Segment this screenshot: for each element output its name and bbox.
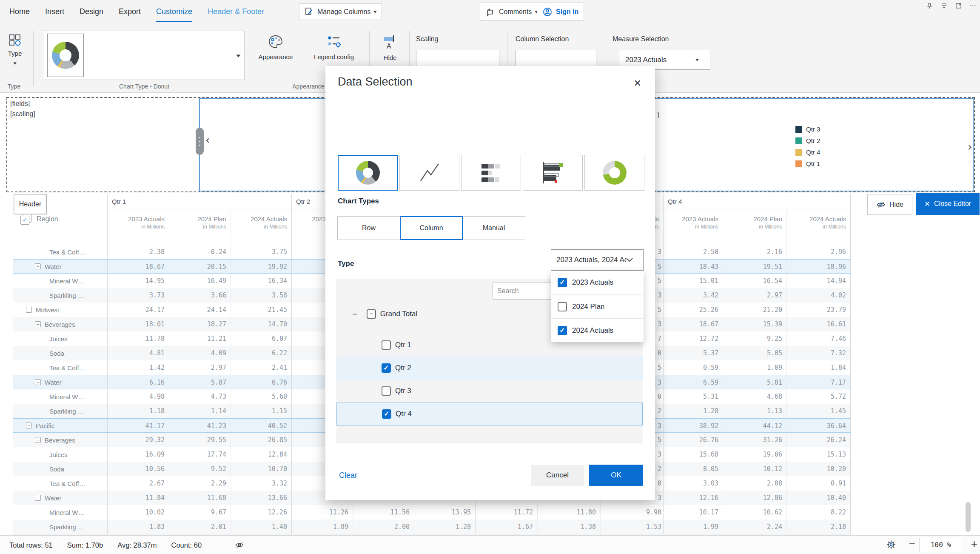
measure-header[interactable]: 2024 Actualsin Millions <box>231 209 292 245</box>
cancel-button[interactable]: Cancel <box>531 465 584 486</box>
row-header-cell[interactable]: Tea & Coff… <box>13 245 108 259</box>
menu-tab-insert[interactable]: Insert <box>45 0 64 23</box>
row-header-cell[interactable]: Tea & Coff… <box>13 360 108 375</box>
measure-header[interactable]: 2023 Actualsin Millions <box>664 209 723 245</box>
row-header-cell[interactable]: Soda <box>13 346 108 360</box>
measure-option[interactable]: 2024 Plan <box>551 294 644 318</box>
checkbox-checked[interactable] <box>382 409 391 419</box>
chart-type-tile-variance-bars[interactable] <box>523 155 583 191</box>
chart-type-tile-donut[interactable] <box>338 155 398 191</box>
collapse-box-icon[interactable]: − <box>35 437 41 443</box>
tree-item-qtr-4[interactable]: Qtr 4 <box>336 403 643 425</box>
sign-in-button[interactable]: Sign in <box>537 3 584 21</box>
group-header-qtr-1[interactable]: Qtr 1 <box>108 194 292 209</box>
row-header-cell[interactable]: −Water <box>13 491 108 505</box>
row-header-cell[interactable]: −Beverages <box>13 433 108 447</box>
checkbox-unchecked[interactable] <box>558 302 567 311</box>
chart-type-tile-line[interactable] <box>399 155 459 191</box>
chart-type-tile-stacked-bars[interactable] <box>461 155 521 191</box>
collapse-box-icon[interactable]: − <box>26 423 32 428</box>
vertical-scrollbar-thumb[interactable] <box>966 502 971 532</box>
measure-option-label: 2023 Actuals <box>572 278 613 287</box>
measure-header[interactable]: 2024 Actualsin Millions <box>787 209 851 245</box>
gallery-dropdown-icon[interactable]: ▾ <box>236 52 241 59</box>
clear-link[interactable]: Clear <box>339 471 357 480</box>
chart-type-button[interactable]: Type ▾ <box>5 34 25 66</box>
row-header-label: Soda <box>49 350 64 357</box>
checkbox-checked[interactable] <box>558 278 567 287</box>
menu-tab-export[interactable]: Export <box>119 0 141 23</box>
menu-tab-header-footer[interactable]: Header & Footer <box>208 0 264 23</box>
dialog-close-icon[interactable]: ✕ <box>634 78 641 89</box>
chevron-left-icon[interactable]: ‹ <box>205 134 210 146</box>
collapse-box-icon[interactable]: − <box>35 495 41 501</box>
legend-config-button[interactable]: Legend config <box>303 34 365 60</box>
header-chip-button[interactable]: Header <box>14 194 47 214</box>
row-header-cell[interactable]: Sparkling … <box>13 520 108 534</box>
row-header-cell[interactable]: Juices <box>13 331 108 346</box>
checkbox-checked[interactable] <box>558 326 567 335</box>
gallery-selected-donut[interactable] <box>47 34 84 77</box>
collapse-ribbon-icon[interactable] <box>940 2 948 9</box>
tree-item-qtr-2[interactable]: Qtr 2 <box>336 357 643 380</box>
measure-header[interactable]: 2024 Planin Millions <box>169 209 231 245</box>
type-option-column[interactable]: Column <box>400 216 463 240</box>
collapse-box-icon[interactable]: − <box>35 263 41 269</box>
collapse-minus-icon[interactable]: − <box>352 309 357 319</box>
row-header-cell[interactable]: Mineral W… <box>13 274 108 288</box>
chevron-right-icon[interactable]: › <box>968 140 972 153</box>
hide-editor-button[interactable]: Hide <box>867 194 912 215</box>
checkbox-unchecked[interactable] <box>382 386 391 396</box>
table-row[interactable]: Sparkling …1.832.011.401.892.001.281.671… <box>13 520 851 534</box>
measure-option[interactable]: 2023 Actuals <box>551 271 644 294</box>
eye-slash-icon[interactable] <box>235 540 244 550</box>
comments-button[interactable]: Comments ▾ <box>480 3 543 21</box>
measure-option[interactable]: 2024 Actuals <box>551 318 644 342</box>
row-header-cell[interactable]: −Beverages <box>13 317 108 331</box>
drag-handle[interactable] <box>196 128 204 155</box>
settings-gear-icon[interactable] <box>886 539 897 550</box>
menu-tab-customize[interactable]: Customize <box>156 0 192 23</box>
menu-tab-design[interactable]: Design <box>80 0 103 23</box>
checkbox-checked[interactable] <box>382 363 391 373</box>
measure-header[interactable]: 2023 Actualsin Millions <box>108 209 169 245</box>
row-header-cell[interactable]: Soda <box>13 462 108 476</box>
collapse-box-icon[interactable]: − <box>35 321 41 327</box>
collapse-box-icon[interactable]: − <box>26 307 32 313</box>
row-header-cell[interactable]: Sparkling … <box>13 404 108 418</box>
zoom-out-button[interactable]: − <box>909 537 915 551</box>
group-header-qtr-4[interactable]: Qtr 4 <box>664 194 851 209</box>
row-header-cell[interactable]: −Pacific <box>13 419 108 432</box>
row-header-cell[interactable]: Tea & Coff… <box>13 476 108 491</box>
row-header-cell[interactable]: Mineral W… <box>13 505 108 520</box>
close-editor-button[interactable]: ✕ Close Editor <box>916 193 980 215</box>
ok-button[interactable]: OK <box>589 465 643 486</box>
collapse-box-icon[interactable]: − <box>35 379 41 385</box>
type-option-manual[interactable]: Manual <box>462 216 525 240</box>
row-header-cell[interactable]: −Midwest <box>13 303 108 317</box>
more-options-icon[interactable]: ⋯ <box>969 2 977 9</box>
chart-type-gallery[interactable]: ▾ <box>44 31 245 80</box>
zoom-level-value[interactable]: 100 % <box>920 538 962 552</box>
checkbox-unchecked[interactable] <box>382 340 391 350</box>
root-checkbox-indeterminate[interactable] <box>367 309 376 319</box>
zoom-in-button[interactable]: + <box>971 537 977 551</box>
chart-type-tile-ring[interactable] <box>584 155 644 191</box>
row-header-cell[interactable]: Juices <box>13 447 108 462</box>
menu-tab-home[interactable]: Home <box>9 0 30 23</box>
manage-columns-button[interactable]: Manage Columns ▾ <box>299 3 382 20</box>
type-button-label: Type <box>5 50 25 57</box>
measure-header[interactable]: 2024 Planin Millions <box>723 209 787 245</box>
pin-icon[interactable] <box>926 2 933 9</box>
row-header-cell[interactable]: −Water <box>13 375 108 389</box>
row-header-cell[interactable]: −Water <box>13 260 108 273</box>
appearance-button[interactable]: Appearance <box>252 34 299 60</box>
ribbon-hide-button[interactable]: A Hide <box>377 34 403 61</box>
type-option-row[interactable]: Row <box>337 216 400 240</box>
expand-icon[interactable] <box>954 2 962 9</box>
tree-item-qtr-3[interactable]: Qtr 3 <box>336 380 643 403</box>
table-row[interactable]: Mineral W…10.029.6712.2611.2611.5613.951… <box>13 505 851 520</box>
measure-multiselect-dropdown[interactable]: 2023 Actuals, 2024 Actuals <box>551 249 644 271</box>
row-header-cell[interactable]: Mineral W… <box>13 389 108 404</box>
row-header-cell[interactable]: Sparkling … <box>13 288 108 303</box>
